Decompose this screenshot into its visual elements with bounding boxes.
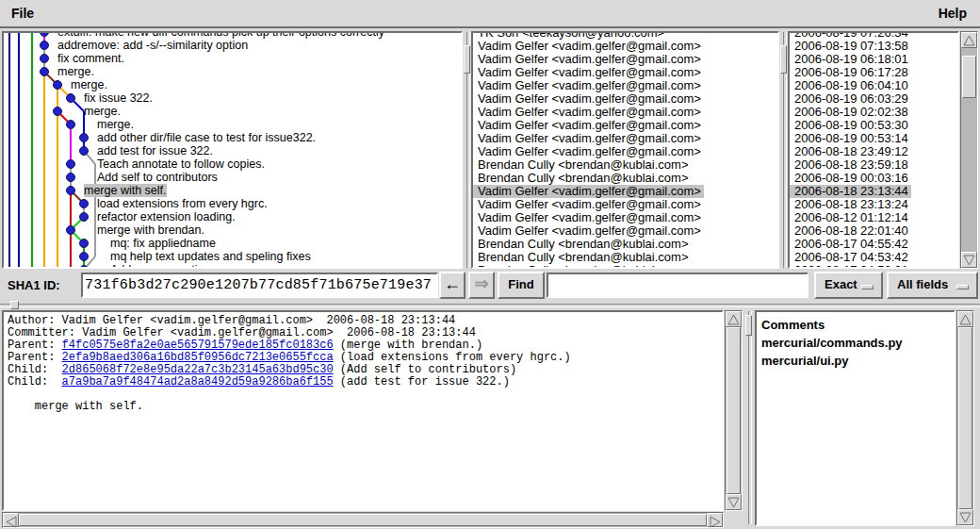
- commit-graph-pane[interactable]: extdiff: make new diff commands pick up …: [2, 31, 463, 269]
- date-row[interactable]: 2006-08-19 00:53:30: [790, 118, 957, 131]
- author-row[interactable]: Brendan Cully <brendan@kublai.com>: [473, 157, 777, 171]
- date-pane[interactable]: 2006-08-19 07:26:342006-08-19 07:13:5820…: [788, 31, 959, 269]
- commit-row[interactable]: merge.: [4, 78, 461, 91]
- commit-row[interactable]: load extensions from every hgrc.: [4, 197, 461, 210]
- author-row[interactable]: Vadim Gelfer <vadim.gelfer@gmail.com>: [473, 197, 777, 210]
- author-row[interactable]: Vadim Gelfer <vadim.gelfer@gmail.com>: [473, 131, 777, 144]
- commit-row[interactable]: merge.: [4, 105, 461, 118]
- date-row[interactable]: 2006-08-17 04:55:42: [790, 237, 957, 250]
- back-button[interactable]: ←: [439, 272, 466, 299]
- match-type-dropdown[interactable]: Exact: [814, 272, 883, 299]
- author-row[interactable]: Vadim Gelfer <vadim.gelfer@gmail.com>: [473, 91, 777, 105]
- commit-row[interactable]: extdiff: make new diff commands pick up …: [4, 31, 461, 39]
- commit-row[interactable]: merge with brendan.: [4, 223, 461, 237]
- author-row[interactable]: Vadim Gelfer <vadim.gelfer@gmail.com>: [473, 184, 777, 197]
- commit-row[interactable]: Add self to contributors: [4, 171, 461, 184]
- file-item[interactable]: mercurial/commands.py: [761, 334, 903, 352]
- scroll-down-arrow-icon[interactable]: [957, 509, 973, 525]
- sash-handle[interactable]: [745, 315, 752, 336]
- commit-row[interactable]: add test for issue 322.: [4, 144, 461, 157]
- author-row[interactable]: Vadim Gelfer <vadim.gelfer@gmail.com>: [473, 65, 777, 78]
- author-row[interactable]: Vadim Gelfer <vadim.gelfer@gmail.com>: [473, 52, 777, 65]
- mini-scrollbar-thumb[interactable]: [464, 45, 470, 74]
- mini-scrollbar-track: [748, 311, 752, 524]
- date-row[interactable]: 2006-08-18 22:01:40: [790, 223, 957, 237]
- date-row[interactable]: 2006-08-18 23:49:12: [790, 144, 957, 157]
- scrollbar-thumb[interactable]: [962, 56, 976, 98]
- sha-link[interactable]: 2efa9b8aed306a16bd85f0956dc7213e0655fcca: [62, 351, 334, 364]
- date-row[interactable]: 2006-08-18 23:13:24: [790, 197, 957, 210]
- detail-vscrollbar[interactable]: [725, 310, 743, 511]
- commit-row[interactable]: addremove: add -s/--similarity option: [4, 39, 461, 52]
- author-row[interactable]: Vadim Gelfer <vadim.gelfer@gmail.com>: [473, 105, 777, 118]
- commit-row[interactable]: add other dir/file case to test for issu…: [4, 131, 461, 144]
- graph-pane-mini-scrollbar[interactable]: [464, 32, 470, 268]
- date-row[interactable]: 2006-08-18 23:13:44: [790, 184, 957, 197]
- commit-row[interactable]: fix comment.: [4, 52, 461, 65]
- scrollbar-thumb[interactable]: [19, 514, 707, 526]
- detail-hscrollbar[interactable]: [2, 512, 724, 528]
- author-row[interactable]: Brendan Cully <brendan@kublai.com>: [473, 250, 777, 263]
- commit-row[interactable]: refactor extension loading.: [4, 210, 461, 223]
- date-row[interactable]: 2006-08-19 07:26:34: [790, 31, 957, 39]
- commit-row[interactable]: mq: fix appliedname: [4, 237, 461, 250]
- sha-link[interactable]: f4fc0575e8fa2e0ae565791579ede185fc0183c6: [62, 339, 334, 352]
- scrollbar-thumb[interactable]: [727, 327, 741, 494]
- commit-row[interactable]: merge with self.: [4, 184, 461, 197]
- author-row[interactable]: Vadim Gelfer <vadim.gelfer@gmail.com>: [473, 78, 777, 91]
- author-pane-mini-scrollbar[interactable]: [780, 32, 787, 268]
- date-row[interactable]: 2006-08-18 23:59:18: [790, 157, 957, 171]
- commit-list-vscrollbar[interactable]: [960, 31, 978, 269]
- commit-row[interactable]: mq help text updates and speling fixes: [4, 250, 461, 263]
- sha-link[interactable]: 2d865068f72e8e95da22a7c3b23145a63bd95c30: [62, 363, 334, 376]
- scroll-up-arrow-icon[interactable]: [957, 311, 973, 327]
- date-row[interactable]: 2006-08-19 07:13:58: [790, 39, 957, 52]
- commit-row[interactable]: fix issue 322.: [4, 91, 461, 105]
- sash-handle[interactable]: [10, 301, 19, 309]
- scroll-up-arrow-icon[interactable]: [726, 311, 742, 327]
- file-item[interactable]: mercurial/ui.py: [761, 352, 903, 370]
- scroll-down-arrow-icon[interactable]: [961, 252, 977, 268]
- file-list-vscrollbar[interactable]: [956, 310, 974, 526]
- author-row[interactable]: Vadim Gelfer <vadim.gelfer@gmail.com>: [473, 210, 777, 223]
- commit-row[interactable]: Teach annotate to follow copies.: [4, 157, 461, 171]
- author-row[interactable]: Vadim Gelfer <vadim.gelfer@gmail.com>: [473, 144, 777, 157]
- find-button[interactable]: Find: [498, 272, 545, 299]
- file-menu[interactable]: File: [11, 6, 34, 21]
- author-row[interactable]: TK Soh <teekaysoh@yahoo.com>: [473, 31, 777, 39]
- search-fields-dropdown[interactable]: All fields: [887, 272, 978, 299]
- mini-scrollbar-thumb[interactable]: [780, 45, 787, 74]
- date-row[interactable]: 2006-08-19 00:53:14: [790, 131, 957, 144]
- horizontal-pane-sash[interactable]: [0, 304, 980, 307]
- changed-files-pane[interactable]: Comments mercurial/commands.pymercurial/…: [755, 310, 956, 526]
- forward-button[interactable]: ⇒: [468, 272, 495, 299]
- date-row[interactable]: 2006-08-19 02:02:38: [790, 105, 957, 118]
- commit-detail-pane[interactable]: Author: Vadim Gelfer <vadim.gelfer@gmail…: [2, 310, 724, 511]
- scroll-up-arrow-icon[interactable]: [961, 32, 977, 48]
- date-row[interactable]: 2006-08-19 06:04:10: [790, 78, 957, 91]
- comments-header[interactable]: Comments: [761, 316, 903, 334]
- scroll-down-arrow-icon[interactable]: [726, 494, 742, 510]
- date-row[interactable]: 2006-08-17 04:53:42: [790, 250, 957, 263]
- sha1-id-input[interactable]: [81, 273, 438, 298]
- scroll-left-arrow-icon[interactable]: [3, 513, 19, 527]
- author-pane[interactable]: TK Soh <teekaysoh@yahoo.com>Vadim Gelfer…: [471, 31, 779, 269]
- author-row[interactable]: Brendan Cully <brendan@kublai.com>: [473, 237, 777, 250]
- commit-row[interactable]: merge.: [4, 118, 461, 131]
- help-menu[interactable]: Help: [939, 6, 967, 21]
- commit-row[interactable]: merge.: [4, 65, 461, 78]
- scroll-right-arrow-icon[interactable]: [707, 513, 723, 527]
- date-row[interactable]: 2006-08-19 06:03:29: [790, 91, 957, 105]
- sha-link[interactable]: a7a9ba7a9f48474ad2a8a8492d59a9286ba6f155: [62, 375, 334, 388]
- author-row[interactable]: Vadim Gelfer <vadim.gelfer@gmail.com>: [473, 118, 777, 131]
- search-input[interactable]: [547, 273, 808, 298]
- author-row[interactable]: Vadim Gelfer <vadim.gelfer@gmail.com>: [473, 223, 777, 237]
- author-row[interactable]: Brendan Cully <brendan@kublai.com>: [473, 171, 777, 184]
- date-row[interactable]: 2006-08-19 06:18:01: [790, 52, 957, 65]
- date-row[interactable]: 2006-08-19 00:03:16: [790, 171, 957, 184]
- scrollbar-thumb[interactable]: [958, 327, 972, 509]
- date-row[interactable]: 2006-08-12 01:12:14: [790, 210, 957, 223]
- date-row[interactable]: 2006-08-19 06:17:28: [790, 65, 957, 78]
- bottom-pane-sash[interactable]: [745, 311, 752, 524]
- author-row[interactable]: Vadim Gelfer <vadim.gelfer@gmail.com>: [473, 39, 777, 52]
